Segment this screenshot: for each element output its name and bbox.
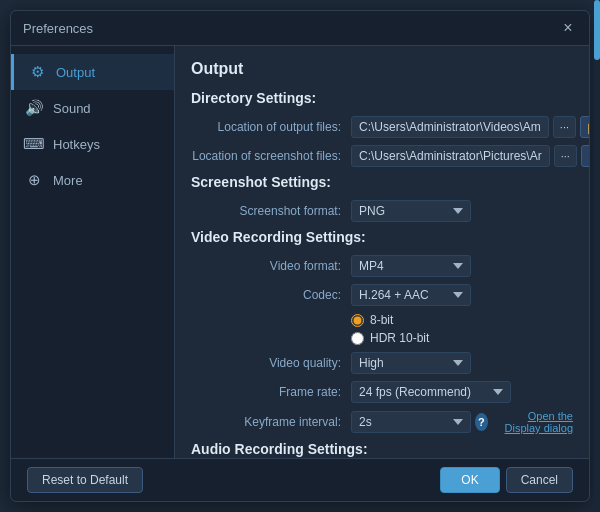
bit-depth-radio-group: 8-bit HDR 10-bit bbox=[351, 313, 429, 345]
sidebar-label-hotkeys: Hotkeys bbox=[53, 137, 100, 152]
folder-icon: 📁 bbox=[586, 119, 589, 135]
output-location-label: Location of output files: bbox=[191, 120, 351, 134]
screenshot-folder-button[interactable]: 📁 bbox=[581, 145, 589, 167]
keyframe-label: Keyframe interval: bbox=[191, 415, 351, 429]
output-dots-button[interactable]: ··· bbox=[553, 116, 576, 138]
sidebar-item-sound[interactable]: 🔊 Sound bbox=[11, 90, 174, 126]
output-icon: ⚙ bbox=[28, 63, 46, 81]
video-section-title: Video Recording Settings: bbox=[191, 229, 573, 245]
bit-depth-row: 8-bit HDR 10-bit bbox=[191, 313, 573, 345]
footer: Reset to Default OK Cancel bbox=[11, 458, 589, 501]
hotkeys-icon: ⌨ bbox=[25, 135, 43, 153]
sidebar-item-more[interactable]: ⊕ More bbox=[11, 162, 174, 198]
screenshot-format-control: PNG JPG BMP bbox=[351, 200, 573, 222]
video-codec-select[interactable]: H.264 + AAC H.265 + AAC bbox=[351, 284, 471, 306]
screenshot-section-title: Screenshot Settings: bbox=[191, 174, 573, 190]
video-quality-control: High Medium Low bbox=[351, 352, 573, 374]
ok-button[interactable]: OK bbox=[440, 467, 499, 493]
screenshot-path-display: C:\Users\Administrator\Pictures\Ar bbox=[351, 145, 550, 167]
output-location-row: Location of output files: C:\Users\Admin… bbox=[191, 116, 573, 138]
screenshot-format-row: Screenshot format: PNG JPG BMP bbox=[191, 200, 573, 222]
sound-icon: 🔊 bbox=[25, 99, 43, 117]
screenshot-dots-button[interactable]: ··· bbox=[554, 145, 577, 167]
screenshot-format-select[interactable]: PNG JPG BMP bbox=[351, 200, 471, 222]
bit8-option[interactable]: 8-bit bbox=[351, 313, 429, 327]
video-codec-row: Codec: H.264 + AAC H.265 + AAC bbox=[191, 284, 573, 306]
framerate-select[interactable]: 24 fps (Recommend) 30 fps 60 fps bbox=[351, 381, 511, 403]
screenshot-location-row: Location of screenshot files: C:\Users\A… bbox=[191, 145, 573, 167]
titlebar: Preferences × bbox=[11, 11, 589, 46]
bit8-label: 8-bit bbox=[370, 313, 393, 327]
video-quality-label: Video quality: bbox=[191, 356, 351, 370]
bit-depth-control: 8-bit HDR 10-bit bbox=[351, 313, 573, 345]
video-quality-row: Video quality: High Medium Low bbox=[191, 352, 573, 374]
more-icon: ⊕ bbox=[25, 171, 43, 189]
dialog-title: Preferences bbox=[23, 21, 93, 36]
sidebar-label-output: Output bbox=[56, 65, 95, 80]
screenshot-location-label: Location of screenshot files: bbox=[191, 149, 351, 163]
framerate-row: Frame rate: 24 fps (Recommend) 30 fps 60… bbox=[191, 381, 573, 403]
reset-button[interactable]: Reset to Default bbox=[27, 467, 143, 493]
video-format-control: MP4 MOV AVI bbox=[351, 255, 573, 277]
output-folder-button[interactable]: 📁 bbox=[580, 116, 589, 138]
video-format-label: Video format: bbox=[191, 259, 351, 273]
sidebar-item-output[interactable]: ⚙ Output bbox=[11, 54, 174, 90]
folder-icon2: 📁 bbox=[587, 148, 589, 164]
page-title: Output bbox=[191, 60, 573, 78]
hdr-radio[interactable] bbox=[351, 332, 364, 345]
keyframe-row: Keyframe interval: 2s 1s 3s ? Open the D… bbox=[191, 410, 573, 434]
preferences-dialog: Preferences × ⚙ Output 🔊 Sound ⌨ Hotkeys… bbox=[10, 10, 590, 502]
video-codec-control: H.264 + AAC H.265 + AAC bbox=[351, 284, 573, 306]
footer-right: OK Cancel bbox=[440, 467, 573, 493]
sidebar-item-hotkeys[interactable]: ⌨ Hotkeys bbox=[11, 126, 174, 162]
display-dialog-link[interactable]: Open the Display dialog bbox=[492, 410, 573, 434]
video-format-select[interactable]: MP4 MOV AVI bbox=[351, 255, 471, 277]
video-format-row: Video format: MP4 MOV AVI bbox=[191, 255, 573, 277]
cancel-button[interactable]: Cancel bbox=[506, 467, 573, 493]
audio-section-title: Audio Recording Settings: bbox=[191, 441, 573, 457]
video-quality-select[interactable]: High Medium Low bbox=[351, 352, 471, 374]
main-content: Output Directory Settings: Location of o… bbox=[175, 46, 589, 458]
dialog-content: ⚙ Output 🔊 Sound ⌨ Hotkeys ⊕ More Output… bbox=[11, 46, 589, 458]
close-button[interactable]: × bbox=[559, 19, 577, 37]
keyframe-select[interactable]: 2s 1s 3s bbox=[351, 411, 471, 433]
sidebar: ⚙ Output 🔊 Sound ⌨ Hotkeys ⊕ More bbox=[11, 46, 175, 458]
sidebar-label-more: More bbox=[53, 173, 83, 188]
framerate-control: 24 fps (Recommend) 30 fps 60 fps bbox=[351, 381, 573, 403]
bit8-radio[interactable] bbox=[351, 314, 364, 327]
keyframe-control: 2s 1s 3s ? Open the Display dialog bbox=[351, 410, 573, 434]
video-codec-label: Codec: bbox=[191, 288, 351, 302]
framerate-label: Frame rate: bbox=[191, 385, 351, 399]
screenshot-format-label: Screenshot format: bbox=[191, 204, 351, 218]
hdr-option[interactable]: HDR 10-bit bbox=[351, 331, 429, 345]
directory-section-title: Directory Settings: bbox=[191, 90, 573, 106]
help-button[interactable]: ? bbox=[475, 413, 488, 431]
sidebar-label-sound: Sound bbox=[53, 101, 91, 116]
output-path-display: C:\Users\Administrator\Videos\Am bbox=[351, 116, 549, 138]
hdr-label: HDR 10-bit bbox=[370, 331, 429, 345]
output-location-control: C:\Users\Administrator\Videos\Am ··· 📁 bbox=[351, 116, 589, 138]
screenshot-location-control: C:\Users\Administrator\Pictures\Ar ··· 📁 bbox=[351, 145, 589, 167]
